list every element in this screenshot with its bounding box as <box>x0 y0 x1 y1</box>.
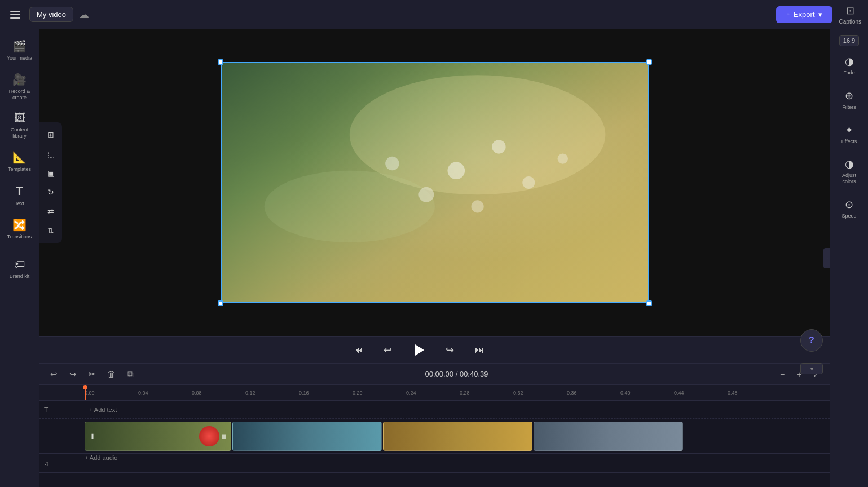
play-icon <box>415 344 424 356</box>
audio-track-content[interactable]: + Add audio <box>85 454 830 472</box>
text-label: Text <box>15 201 24 207</box>
audio-track-label: ♫ <box>39 460 85 467</box>
skip-to-start-button[interactable]: ⏮ <box>350 341 368 359</box>
chevron-down-icon: ▾ <box>810 366 813 372</box>
audio-track-icon: ♫ <box>44 460 49 467</box>
fit-tool-button[interactable]: ⊞ <box>43 127 59 143</box>
video-preview <box>222 63 648 302</box>
add-text-label: + Add text <box>89 406 117 413</box>
aspect-ratio-badge[interactable]: 16:9 <box>839 35 859 46</box>
timeline-ruler[interactable]: 0:00 0:04 0:08 0:12 0:16 0:20 0:24 0:28 … <box>39 385 830 401</box>
cut-button[interactable]: ✂ <box>85 367 99 382</box>
sidebar-item-your-media[interactable]: 🎬 Your media <box>3 35 37 66</box>
adjust-colors-label: Adjustcolors <box>842 172 856 185</box>
preview-area: ⊞ ⬚ ▣ ↻ ⇄ ⇅ <box>39 29 830 336</box>
sidebar-item-transitions[interactable]: 🔀 Transitions <box>3 214 37 245</box>
speed-label: Speed <box>841 213 856 219</box>
sidebar-item-record-create[interactable]: 🎥 Record &create <box>3 68 37 105</box>
help-button[interactable]: ? <box>800 329 823 352</box>
filters-panel-item[interactable]: ⊕ Filters <box>833 85 866 115</box>
project-name-button[interactable]: My video <box>29 7 73 22</box>
your-media-label: Your media <box>7 55 32 61</box>
flip-v-tool-button[interactable]: ⇅ <box>43 223 59 238</box>
video-clips: ⏸ ⏹ <box>85 419 830 453</box>
sidebar-item-content-library[interactable]: 🖼 Contentlibrary <box>3 107 37 144</box>
speed-panel-item[interactable]: ⊙ Speed <box>833 194 866 224</box>
collapse-chevron-icon: › <box>826 256 828 261</box>
clip-pause-icon: ⏸ <box>89 432 95 440</box>
add-audio-button[interactable]: + Add audio <box>85 454 117 461</box>
adjust-colors-icon: ◑ <box>845 158 854 170</box>
video-clip-1[interactable]: ⏸ ⏹ <box>85 422 231 451</box>
main-layout: 🎬 Your media 🎥 Record &create 🖼 Contentl… <box>0 29 868 487</box>
center-area: ⊞ ⬚ ▣ ↻ ⇄ ⇅ <box>39 29 830 487</box>
filters-icon: ⊕ <box>845 90 853 102</box>
timeline-section: ↩ ↪ ✂ 🗑 ⧉ 00:00.00 / 00:40.39 − + ⤢ 0 <box>39 363 830 487</box>
effects-icon: ✦ <box>845 124 853 136</box>
export-button[interactable]: ↑ Export ▾ <box>776 6 832 23</box>
sidebar-item-brand-kit[interactable]: 🏷 Brand kit <box>3 254 37 284</box>
left-sidebar: 🎬 Your media 🎥 Record &create 🖼 Contentl… <box>0 29 39 487</box>
topbar-right: ↑ Export ▾ ⊡ Captions <box>776 5 861 25</box>
menu-button[interactable] <box>7 7 24 22</box>
delete-button[interactable]: 🗑 <box>104 367 118 382</box>
speed-icon: ⊙ <box>845 198 853 211</box>
effects-panel-item[interactable]: ✦ Effects <box>833 119 866 149</box>
rewind-button[interactable]: ↩ <box>379 341 397 359</box>
clip-end-marker-1: ⏹ <box>221 432 227 440</box>
captions-label: Captions <box>839 19 861 25</box>
skip-to-end-button[interactable]: ⏭ <box>470 341 488 359</box>
handle-bottom-right[interactable] <box>646 300 652 306</box>
handle-top-left[interactable] <box>218 59 223 65</box>
chevron-down-button[interactable]: ▾ <box>800 363 823 374</box>
svg-point-7 <box>385 157 399 171</box>
video-canvas-wrapper <box>221 62 649 303</box>
zoom-out-button[interactable]: − <box>776 368 789 381</box>
handle-top-right[interactable] <box>646 59 652 65</box>
sidebar-item-text[interactable]: T Text <box>3 179 37 211</box>
adjust-colors-panel-item[interactable]: ◑ Adjustcolors <box>833 153 866 189</box>
brand-kit-label: Brand kit <box>10 273 30 280</box>
add-text-button[interactable]: + Add text <box>89 406 117 413</box>
transitions-label: Transitions <box>7 234 32 240</box>
save-cloud-icon: ☁ <box>79 8 89 21</box>
pip-tool-button[interactable]: ▣ <box>43 165 59 181</box>
video-clip-3[interactable] <box>383 422 532 451</box>
audio-track: ♫ + Add audio <box>39 454 830 473</box>
video-track-content: ⏸ ⏹ <box>85 419 830 453</box>
transitions-icon: 🔀 <box>12 218 27 232</box>
topbar-left: My video ☁ <box>7 7 89 22</box>
text-track: T + Add text <box>39 401 830 419</box>
fullscreen-button[interactable]: ⛶ <box>511 345 520 355</box>
svg-point-8 <box>557 153 567 163</box>
content-library-label: Contentlibrary <box>11 127 29 139</box>
sidebar-item-templates[interactable]: 📐 Templates <box>3 146 37 177</box>
templates-icon: 📐 <box>12 150 27 164</box>
svg-point-9 <box>471 200 483 212</box>
rotate-tool-button[interactable]: ↻ <box>43 184 59 200</box>
timeline-toolbar: ↩ ↪ ✂ 🗑 ⧉ 00:00.00 / 00:40.39 − + ⤢ <box>39 364 830 385</box>
right-panel-collapse-button[interactable]: › <box>823 248 830 268</box>
copy-button[interactable]: ⧉ <box>123 367 138 382</box>
templates-label: Templates <box>8 166 31 172</box>
fade-panel-item[interactable]: ◑ Fade <box>833 51 866 81</box>
export-arrow-icon: ↑ <box>786 10 790 19</box>
filters-label: Filters <box>842 104 856 110</box>
your-media-icon: 🎬 <box>12 39 27 53</box>
redo-button[interactable]: ↪ <box>65 367 80 382</box>
video-clip-4[interactable] <box>534 422 683 451</box>
export-label: Export <box>794 10 815 19</box>
text-track-content[interactable]: + Add text <box>85 401 830 418</box>
text-track-icon: T <box>44 406 48 414</box>
play-button[interactable] <box>408 339 430 361</box>
flip-h-tool-button[interactable]: ⇄ <box>43 203 59 219</box>
left-tools: ⊞ ⬚ ▣ ↻ ⇄ ⇅ <box>39 122 62 243</box>
crop-tool-button[interactable]: ⬚ <box>43 146 59 162</box>
video-canvas[interactable] <box>221 62 649 303</box>
handle-bottom-left[interactable] <box>218 300 223 306</box>
timeline-tracks: T + Add text <box>39 401 830 487</box>
forward-button[interactable]: ↪ <box>441 341 459 359</box>
undo-button[interactable]: ↩ <box>46 367 61 382</box>
captions-panel-button[interactable]: ⊡ Captions <box>839 5 861 25</box>
video-clip-2[interactable] <box>232 422 382 451</box>
